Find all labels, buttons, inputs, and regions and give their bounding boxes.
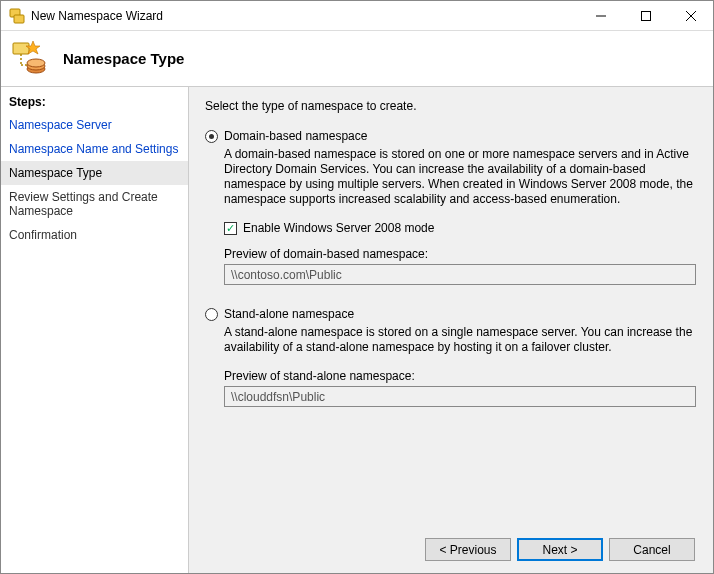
step-namespace-type[interactable]: Namespace Type	[1, 161, 188, 185]
instruction-text: Select the type of namespace to create.	[205, 99, 695, 113]
svg-rect-6	[13, 43, 29, 54]
checkbox-2008-mode[interactable]: ✓	[224, 222, 237, 235]
wizard-window: New Namespace Wizard Na	[0, 0, 714, 574]
svg-rect-3	[641, 11, 650, 20]
standalone-description: A stand-alone namespace is stored on a s…	[224, 325, 695, 355]
previous-button[interactable]: < Previous	[425, 538, 511, 561]
cancel-button[interactable]: Cancel	[609, 538, 695, 561]
wizard-icon	[11, 39, 51, 79]
steps-heading: Steps:	[1, 93, 188, 113]
header-strip: Namespace Type	[1, 31, 713, 87]
domain-preview-value: \\contoso.com\Public	[224, 264, 696, 285]
close-button[interactable]	[668, 1, 713, 30]
domain-based-description: A domain-based namespace is stored on on…	[224, 147, 695, 207]
standalone-preview-label: Preview of stand-alone namespace:	[224, 369, 695, 383]
svg-point-11	[27, 59, 45, 67]
step-review-create: Review Settings and Create Namespace	[1, 185, 188, 223]
main-panel: Select the type of namespace to create. …	[189, 87, 713, 573]
wizard-buttons: < Previous Next > Cancel	[425, 538, 695, 561]
maximize-button[interactable]	[623, 1, 668, 30]
radio-domain-based-label[interactable]: Domain-based namespace	[224, 129, 367, 143]
next-button[interactable]: Next >	[517, 538, 603, 561]
step-namespace-server[interactable]: Namespace Server	[1, 113, 188, 137]
svg-rect-1	[14, 15, 24, 23]
domain-preview-label: Preview of domain-based namespace:	[224, 247, 695, 261]
option-standalone: Stand-alone namespace A stand-alone name…	[205, 307, 695, 407]
steps-sidebar: Steps: Namespace Server Namespace Name a…	[1, 87, 189, 573]
radio-standalone[interactable]	[205, 308, 218, 321]
app-icon	[9, 8, 25, 24]
checkbox-2008-mode-label[interactable]: Enable Windows Server 2008 mode	[243, 221, 434, 235]
radio-standalone-label[interactable]: Stand-alone namespace	[224, 307, 354, 321]
standalone-preview-value: \\clouddfsn\Public	[224, 386, 696, 407]
step-namespace-name-settings[interactable]: Namespace Name and Settings	[1, 137, 188, 161]
radio-domain-based[interactable]	[205, 130, 218, 143]
step-confirmation: Confirmation	[1, 223, 188, 247]
window-title: New Namespace Wizard	[31, 9, 578, 23]
minimize-button[interactable]	[578, 1, 623, 30]
page-title: Namespace Type	[63, 50, 184, 67]
titlebar: New Namespace Wizard	[1, 1, 713, 31]
option-domain-based: Domain-based namespace A domain-based na…	[205, 129, 695, 285]
